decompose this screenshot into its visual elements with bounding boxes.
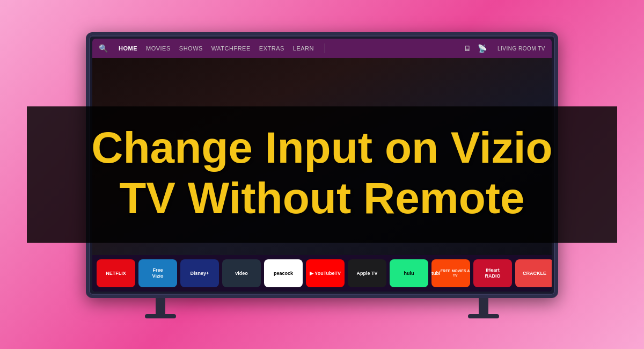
- airplay-icon[interactable]: 📡: [478, 44, 487, 53]
- stand-leg-left: [156, 298, 165, 318]
- app-youtube-tv[interactable]: ▶ YouTubeTV: [306, 259, 345, 287]
- title-line2: TV Without Remote: [119, 174, 524, 223]
- title-line1: Change Input on Vizio: [91, 123, 552, 172]
- tv-stand: [86, 298, 558, 318]
- stand-leg-right: [479, 298, 488, 318]
- nav-watchfree[interactable]: WATCHFREE: [211, 45, 251, 52]
- app-tubi[interactable]: tubiFREE MOVIES & TV: [431, 259, 470, 287]
- nav-extras[interactable]: EXTRAS: [259, 45, 284, 52]
- tv-name-label: LIVING ROOM TV: [497, 46, 545, 52]
- app-crackle[interactable]: CRACKLE: [515, 259, 552, 287]
- app-prime-video[interactable]: video: [222, 259, 261, 287]
- app-apple-tv[interactable]: Apple TV: [348, 259, 386, 287]
- app-peacock[interactable]: peacock: [264, 259, 303, 287]
- nav-home[interactable]: HOME: [119, 45, 137, 52]
- nav-learn[interactable]: LEARN: [293, 45, 314, 52]
- app-disney[interactable]: Disney+: [180, 259, 219, 287]
- nav-movies[interactable]: MOVIES: [146, 45, 171, 52]
- app-netflix[interactable]: NETFLIX: [97, 259, 135, 287]
- page-scene: 🔍 HOME MOVIES SHOWS WATCHFREE EXTRAS LEA…: [27, 13, 617, 336]
- article-title: Change Input on Vizio TV Without Remote: [38, 122, 606, 224]
- vizio-nav-bar: 🔍 HOME MOVIES SHOWS WATCHFREE EXTRAS LEA…: [92, 39, 552, 58]
- app-iheart[interactable]: iHeartRADIO: [473, 259, 512, 287]
- app-freevizio[interactable]: FreeVizio: [138, 259, 177, 287]
- nav-divider: [325, 43, 325, 53]
- nav-shows[interactable]: SHOWS: [179, 45, 203, 52]
- search-icon[interactable]: 🔍: [99, 44, 108, 53]
- article-title-overlay: Change Input on Vizio TV Without Remote: [27, 106, 617, 243]
- stand-foot-right: [468, 314, 499, 318]
- cast-icon[interactable]: 🖥: [464, 44, 471, 53]
- stand-foot-left: [145, 314, 176, 318]
- app-hulu[interactable]: hulu: [390, 259, 428, 287]
- nav-icons: 🖥 📡 LIVING ROOM TV: [464, 44, 545, 53]
- tv-apps-row: NETFLIX FreeVizio Disney+ video peacock …: [92, 255, 552, 292]
